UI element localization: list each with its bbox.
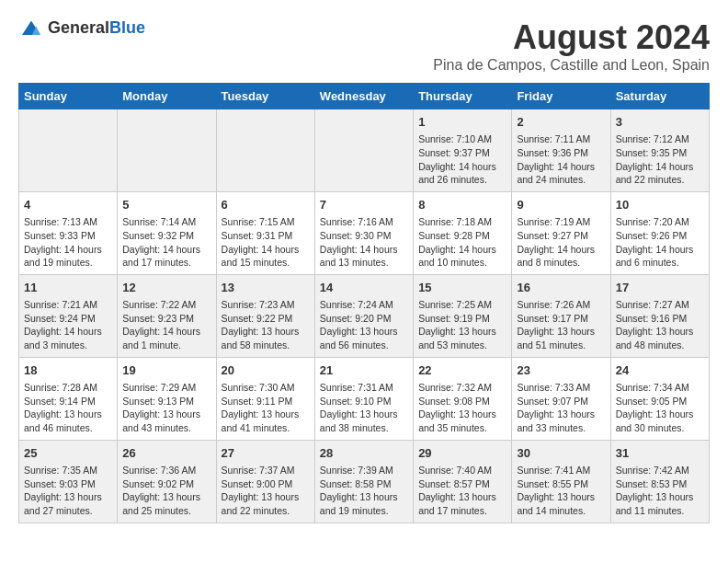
day-info: Daylight: 14 hours [24,243,112,257]
day-info: Sunset: 9:31 PM [222,229,310,243]
logo: GeneralBlue [18,18,145,38]
day-number: 17 [616,280,704,296]
calendar-cell: 18Sunrise: 7:28 AMSunset: 9:14 PMDayligh… [19,357,118,440]
day-info: Sunrise: 7:13 AM [24,215,112,229]
calendar-cell: 20Sunrise: 7:30 AMSunset: 9:11 PMDayligh… [216,357,314,440]
day-info: and 48 minutes. [616,339,704,352]
day-info: Sunrise: 7:39 AM [320,464,408,477]
calendar-cell: 31Sunrise: 7:42 AMSunset: 8:53 PMDayligh… [610,440,709,523]
day-info: Daylight: 13 hours [517,490,605,504]
day-info: Daylight: 13 hours [122,490,210,504]
day-number: 3 [616,114,704,131]
weekday-header-row: SundayMondayTuesdayWednesdayThursdayFrid… [19,84,710,109]
day-info: Sunset: 9:05 PM [616,395,704,408]
day-info: Daylight: 14 hours [616,243,704,257]
day-info: Sunset: 9:03 PM [24,477,112,491]
day-info: Sunset: 9:22 PM [222,312,310,326]
day-info: Daylight: 13 hours [616,408,704,421]
calendar-cell: 15Sunrise: 7:25 AMSunset: 9:19 PMDayligh… [414,274,512,357]
calendar-cell: 11Sunrise: 7:21 AMSunset: 9:24 PMDayligh… [19,274,118,357]
day-number: 5 [122,197,210,213]
day-info: Sunrise: 7:20 AM [616,215,704,229]
day-number: 7 [320,197,408,213]
calendar-cell: 29Sunrise: 7:40 AMSunset: 8:57 PMDayligh… [414,440,512,523]
calendar-cell: 30Sunrise: 7:41 AMSunset: 8:55 PMDayligh… [512,440,610,523]
day-info: Daylight: 13 hours [222,325,310,339]
calendar-cell [118,109,216,192]
day-number: 9 [517,197,605,213]
day-info: Sunset: 8:58 PM [320,477,408,491]
calendar-cell: 22Sunrise: 7:32 AMSunset: 9:08 PMDayligh… [414,357,512,440]
day-info: Daylight: 14 hours [122,243,210,257]
weekday-header-monday: Monday [118,84,216,109]
day-info: Sunrise: 7:25 AM [418,298,506,312]
day-info: and 22 minutes. [222,504,310,518]
calendar-cell: 3Sunrise: 7:12 AMSunset: 9:35 PMDaylight… [610,109,709,192]
day-info: Sunset: 9:16 PM [616,312,704,326]
weekday-header-sunday: Sunday [19,84,118,109]
day-info: and 10 minutes. [418,256,506,270]
day-info: Sunset: 9:28 PM [418,229,506,243]
day-info: Sunrise: 7:26 AM [517,298,605,312]
day-info: and 8 minutes. [517,256,605,270]
day-info: Sunrise: 7:24 AM [320,298,408,312]
calendar-cell [216,109,314,192]
day-info: and 14 minutes. [517,504,605,518]
calendar-cell: 17Sunrise: 7:27 AMSunset: 9:16 PMDayligh… [610,274,709,357]
day-info: Daylight: 14 hours [222,243,310,257]
day-info: Daylight: 13 hours [517,325,605,339]
day-info: Daylight: 13 hours [418,408,506,421]
logo-text-blue: Blue [109,18,145,37]
day-info: and 25 minutes. [122,504,210,518]
day-info: and 27 minutes. [24,504,112,518]
subtitle: Pina de Campos, Castille and Leon, Spain [433,57,710,74]
calendar-cell: 16Sunrise: 7:26 AMSunset: 9:17 PMDayligh… [512,274,610,357]
day-info: Sunrise: 7:33 AM [517,381,605,395]
day-info: Sunset: 9:23 PM [122,312,210,326]
day-number: 20 [222,362,310,379]
day-info: and 3 minutes. [24,339,112,352]
day-info: Sunset: 9:19 PM [418,312,506,326]
calendar-cell: 5Sunrise: 7:14 AMSunset: 9:32 PMDaylight… [118,191,216,274]
day-info: Sunset: 8:57 PM [418,477,506,491]
day-info: Sunset: 9:33 PM [24,229,112,243]
day-info: Daylight: 13 hours [24,408,112,421]
day-info: Sunrise: 7:14 AM [122,215,210,229]
day-info: Daylight: 13 hours [320,490,408,504]
day-info: Sunrise: 7:29 AM [122,381,210,395]
calendar-cell: 7Sunrise: 7:16 AMSunset: 9:30 PMDaylight… [314,191,413,274]
day-info: Sunrise: 7:41 AM [517,464,605,477]
day-info: Daylight: 14 hours [517,243,605,257]
day-info: Daylight: 14 hours [517,160,605,174]
calendar-cell: 14Sunrise: 7:24 AMSunset: 9:20 PMDayligh… [314,274,413,357]
calendar-cell: 19Sunrise: 7:29 AMSunset: 9:13 PMDayligh… [118,357,216,440]
day-number: 11 [24,280,112,296]
day-info: Sunset: 9:17 PM [517,312,605,326]
day-info: Sunset: 9:13 PM [122,395,210,408]
day-info: and 58 minutes. [222,339,310,352]
day-number: 8 [418,197,506,213]
calendar-cell: 26Sunrise: 7:36 AMSunset: 9:02 PMDayligh… [118,440,216,523]
day-number: 2 [517,114,605,131]
day-info: Sunset: 9:08 PM [418,395,506,408]
day-info: Sunset: 9:32 PM [122,229,210,243]
day-info: Daylight: 14 hours [418,243,506,257]
calendar-cell: 1Sunrise: 7:10 AMSunset: 9:37 PMDaylight… [414,109,512,192]
week-row-5: 25Sunrise: 7:35 AMSunset: 9:03 PMDayligh… [19,440,710,523]
day-info: Sunset: 9:30 PM [320,229,408,243]
calendar-cell [19,109,118,192]
day-number: 29 [418,445,506,462]
day-info: Daylight: 13 hours [616,490,704,504]
day-info: and 43 minutes. [122,421,210,435]
day-number: 18 [24,362,112,379]
calendar-cell: 2Sunrise: 7:11 AMSunset: 9:36 PMDaylight… [512,109,610,192]
day-info: Sunrise: 7:42 AM [616,464,704,477]
day-info: Sunset: 8:55 PM [517,477,605,491]
day-info: Sunset: 9:00 PM [222,477,310,491]
day-info: and 24 minutes. [517,173,605,187]
day-info: Sunset: 9:14 PM [24,395,112,408]
calendar-cell: 23Sunrise: 7:33 AMSunset: 9:07 PMDayligh… [512,357,610,440]
day-info: Sunset: 9:11 PM [222,395,310,408]
day-info: and 53 minutes. [418,339,506,352]
day-number: 25 [24,445,112,462]
